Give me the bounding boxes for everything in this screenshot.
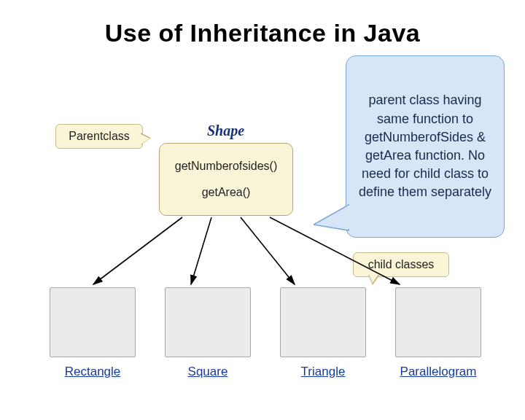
description-callout: parent class having same function to get… (346, 55, 505, 238)
child-classes-callout-label: child classes (368, 258, 435, 271)
parent-class-callout: Parentclass (55, 124, 143, 149)
child-classes-callout: child classes (353, 252, 449, 277)
svg-line-3 (191, 217, 211, 284)
svg-marker-0 (314, 205, 349, 230)
shape-class-name: Shape (207, 122, 244, 139)
child-label-parallelogram: Parallelogram (395, 365, 481, 379)
child-box-rectangle (50, 287, 136, 357)
description-callout-text: parent class having same function to get… (355, 91, 495, 201)
diagram-title: Use of Inheritance in Java (0, 0, 525, 47)
child-box-triangle (280, 287, 366, 357)
parent-class-box: getNumberofsides() getArea() (159, 143, 293, 216)
parent-method-2: getArea() (202, 186, 251, 199)
svg-rect-1 (347, 206, 351, 229)
child-box-square (165, 287, 251, 357)
child-label-triangle: Triangle (280, 365, 366, 379)
description-callout-tail (314, 204, 365, 241)
child-box-parallelogram (395, 287, 481, 357)
parent-class-callout-label: Parentclass (69, 130, 130, 143)
svg-line-4 (241, 217, 295, 284)
child-labels-row: Rectangle Square Triangle Parallelogram (50, 365, 481, 379)
child-label-rectangle: Rectangle (50, 365, 136, 379)
child-label-square: Square (165, 365, 251, 379)
child-boxes-row (50, 287, 481, 357)
parent-method-1: getNumberofsides() (175, 160, 278, 173)
svg-line-2 (93, 217, 182, 284)
